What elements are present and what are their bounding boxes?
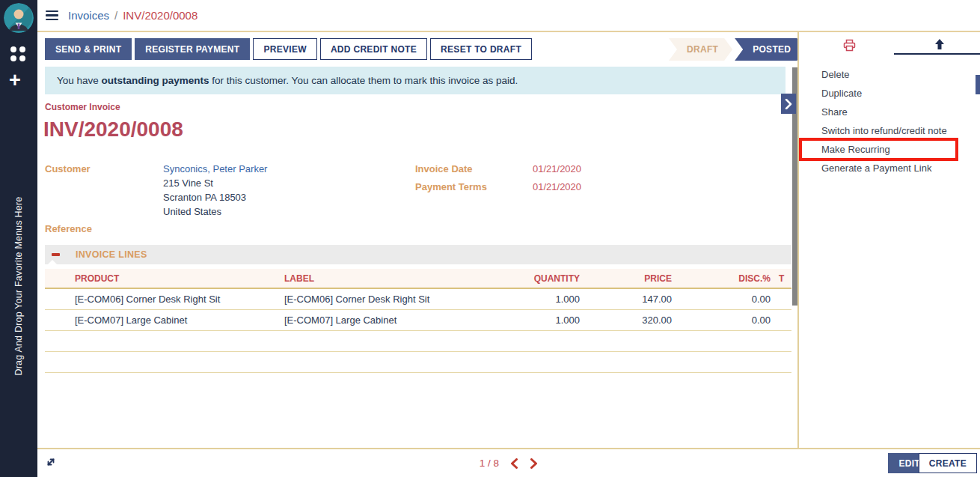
- status-posted[interactable]: POSTED: [735, 38, 805, 61]
- payment-terms-label: Payment Terms: [415, 181, 487, 192]
- menu-item-delete[interactable]: Delete: [799, 65, 980, 84]
- send-print-button[interactable]: SEND & PRINT: [45, 38, 132, 60]
- table-row-empty: [45, 352, 791, 373]
- column-label[interactable]: LABEL: [284, 273, 314, 284]
- app-window: + Drag And Drop Your Favorite Menus Here…: [0, 0, 980, 477]
- left-sidebar: + Drag And Drop Your Favorite Menus Here: [0, 0, 37, 477]
- create-button[interactable]: CREATE: [919, 453, 977, 473]
- top-bar: Invoices / INV/2020/0008: [37, 0, 980, 32]
- menu-item-switch-refund[interactable]: Switch into refund/credit note: [799, 121, 980, 140]
- status-pipeline: DRAFT POSTED: [669, 38, 805, 61]
- sidebar-drag-hint: Drag And Drop Your Favorite Menus Here: [13, 197, 24, 376]
- row-quantity: 1.000: [555, 294, 580, 305]
- chevron-right-icon: [785, 99, 792, 109]
- row-discount: 0.00: [752, 315, 771, 326]
- action-arrow-up-icon[interactable]: [934, 38, 946, 53]
- row-price: 147.00: [642, 294, 672, 305]
- bottom-status-bar: 1 / 8 EDIT CREATE: [37, 448, 980, 477]
- apps-grid-icon[interactable]: [10, 46, 25, 61]
- active-tab-underline: [894, 53, 980, 55]
- payment-terms-value: 01/21/2020: [533, 181, 581, 192]
- pager-previous-icon[interactable]: [510, 458, 518, 469]
- avatar-image: [4, 3, 34, 33]
- row-product: [E-COM06] Corner Desk Right Sit: [75, 294, 220, 305]
- user-avatar[interactable]: [4, 3, 34, 33]
- column-taxes-truncated[interactable]: T: [779, 273, 784, 284]
- breadcrumb: Invoices / INV/2020/0008: [68, 9, 197, 22]
- customer-address-line1: 215 Vine St: [163, 177, 213, 189]
- window-scrollbar-thumb[interactable]: [976, 75, 980, 94]
- row-product: [E-COM07] Large Cabinet: [75, 315, 187, 326]
- column-product[interactable]: PRODUCT: [75, 273, 119, 284]
- add-menu-icon[interactable]: +: [9, 70, 21, 91]
- table-row[interactable]: [E-COM06] Corner Desk Right Sit [E-COM06…: [45, 289, 791, 310]
- customer-address-line3: United States: [163, 206, 221, 217]
- breadcrumb-separator: /: [114, 9, 117, 22]
- breadcrumb-record: INV/2020/0008: [123, 9, 197, 22]
- column-discount[interactable]: DISC.%: [738, 273, 771, 284]
- invoice-date-label: Invoice Date: [415, 163, 473, 174]
- row-label: [E-COM07] Large Cabinet: [284, 315, 396, 326]
- invoice-lines-title: INVOICE LINES: [76, 249, 147, 260]
- invoice-lines-section-header: INVOICE LINES: [45, 245, 791, 264]
- panel-toggle-button[interactable]: [781, 94, 796, 114]
- lines-table-header: PRODUCT LABEL QUANTITY PRICE DISC.% T: [45, 269, 791, 289]
- pager-count: 1 / 8: [480, 458, 499, 469]
- action-panel: Delete Duplicate Share Switch into refun…: [799, 32, 980, 447]
- row-discount: 0.00: [752, 294, 771, 305]
- record-toolbar: SEND & PRINT REGISTER PAYMENT PREVIEW AD…: [45, 38, 532, 60]
- alert-text: You have outstanding payments for this c…: [57, 75, 518, 86]
- column-quantity[interactable]: QUANTITY: [534, 273, 580, 284]
- menu-item-duplicate[interactable]: Duplicate: [799, 84, 980, 103]
- customer-name-link[interactable]: Synconics, Peter Parker: [163, 163, 267, 174]
- alert-bold-text: outstanding payments: [102, 75, 209, 86]
- hamburger-menu-icon[interactable]: [46, 8, 58, 23]
- row-quantity: 1.000: [555, 315, 580, 326]
- register-payment-button[interactable]: REGISTER PAYMENT: [135, 38, 250, 60]
- preview-button[interactable]: PREVIEW: [253, 38, 316, 60]
- customer-address-line2: Scranton PA 18503: [163, 192, 246, 203]
- menu-item-share[interactable]: Share: [799, 103, 980, 121]
- pager-next-icon[interactable]: [530, 458, 538, 469]
- document-type-label: Customer Invoice: [45, 102, 120, 112]
- reset-to-draft-button[interactable]: RESET TO DRAFT: [430, 38, 532, 60]
- outstanding-payments-alert: You have outstanding payments for this c…: [45, 67, 785, 94]
- column-price[interactable]: PRICE: [644, 273, 672, 284]
- table-row-empty: [45, 331, 791, 352]
- table-row[interactable]: [E-COM07] Large Cabinet [E-COM07] Large …: [45, 310, 791, 331]
- menu-item-make-recurring[interactable]: Make Recurring: [799, 140, 980, 159]
- row-label: [E-COM06] Corner Desk Right Sit: [284, 294, 429, 305]
- invoice-number-title: INV/2020/0008: [43, 118, 183, 142]
- status-draft[interactable]: DRAFT: [669, 38, 732, 61]
- section-active-notch: [48, 260, 57, 264]
- row-price: 320.00: [642, 315, 672, 326]
- record-pager: 1 / 8: [37, 449, 980, 477]
- add-credit-note-button[interactable]: ADD CREDIT NOTE: [320, 38, 427, 60]
- customer-field-label: Customer: [45, 163, 91, 174]
- collapse-section-icon[interactable]: [52, 253, 60, 256]
- reference-field-label: Reference: [45, 223, 92, 234]
- breadcrumb-invoices-link[interactable]: Invoices: [68, 9, 109, 22]
- invoice-date-value: 01/21/2020: [533, 163, 581, 174]
- menu-item-payment-link[interactable]: Generate a Payment Link: [799, 159, 980, 177]
- print-icon[interactable]: [842, 38, 857, 55]
